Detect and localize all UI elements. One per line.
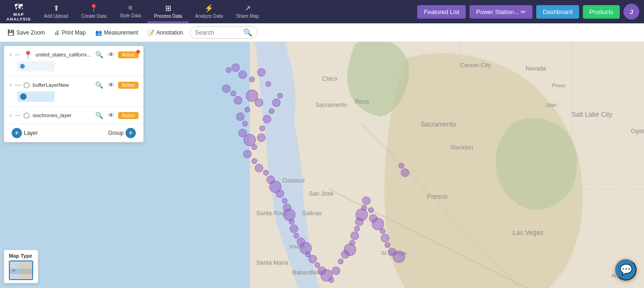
layer-action-btn-1[interactable]: Action [118,51,139,58]
annotation-icon: 📝 [147,29,154,36]
nav-style-data[interactable]: ≡ Style Data [113,1,147,22]
layer-action-btn-3[interactable]: Action [118,112,139,119]
measurement-icon: 👥 [95,29,102,36]
nav-add-upload[interactable]: ⬆ Add Upload [37,1,75,23]
print-map-button[interactable]: 🖨 Print Map [51,28,88,38]
top-navigation: 🗺 MAP ANALYSIS ⬆ Add Upload 📍 Create Dat… [0,0,644,23]
map-point [252,144,257,150]
map-point [226,67,231,73]
map-point [263,170,269,176]
layer-row-1: ≡ — 📍 united_states_californi... 🔍 👁 Act… [9,50,139,59]
map-point [243,150,252,158]
logo-line2: ANALYSIS [7,17,31,21]
power-station-label: Power Station... [476,8,519,15]
layer-search-btn-1[interactable]: 🔍 [94,50,104,59]
nav-process-data[interactable]: ⊞ Process Data [147,1,189,23]
search-box[interactable]: 🔍 [189,26,258,39]
map-point [236,112,245,121]
annotation-button[interactable]: 📝 Annotation [145,28,186,38]
dashboard-button[interactable]: Dashboard [536,5,579,19]
drag-handle-2[interactable]: ≡ [9,82,12,88]
map-point [338,259,343,264]
layer-visibility-btn-2[interactable]: 👁 [107,80,115,90]
map-point [290,225,298,233]
nav-share-map-label: Share Map [236,14,259,19]
location-pin-icon-1: 📍 [23,50,33,59]
drag-handle-1[interactable]: ≡ [9,51,12,58]
svg-text:Sacramento: Sacramento [420,120,456,128]
map-point [231,63,240,72]
svg-text:🗺: 🗺 [12,269,15,272]
layer-type-icon-3: — [15,112,21,119]
map-point [269,108,274,114]
map-point [399,163,404,169]
user-avatar-button[interactable]: J [623,4,639,20]
map-point [393,251,405,263]
color-dot-2 [20,93,27,100]
notification-dot-1 [136,50,140,54]
search-input[interactable] [195,29,241,36]
layer-row-2: ≡ — ⬡ bufferLayerNew 🔍 👁 Action [9,80,139,90]
add-group-icon: + [126,128,136,138]
nav-create-data[interactable]: 📍 Create Data [75,1,113,23]
map-point [344,244,356,256]
products-button[interactable]: Products [583,5,620,19]
svg-text:Stockton: Stockton [450,144,473,151]
featured-list-button[interactable]: Featured List [417,5,466,19]
nav-analyze-data[interactable]: ⚡ Analyze Data [189,1,229,23]
add-group-button[interactable]: Group + [108,128,136,138]
power-station-button[interactable]: Power Station... ✏ [469,5,532,19]
layer-search-btn-3[interactable]: 🔍 [94,111,104,120]
map-icon: 🗺 [14,2,23,12]
nav-style-data-label: Style Data [119,13,141,18]
map-point [380,228,385,234]
map-type-label: Map Type [9,253,33,259]
polygon-icon-3: ⬡ [23,111,30,120]
toolbar: 💾 Save Zoom 🖨 Print Map 👥 Measurement 📝 … [0,23,644,42]
layer-item-3: ≡ — ⬡ isochrones_layer 🔍 👁 Action [4,107,143,124]
map-point [385,242,390,248]
nav-items: ⬆ Add Upload 📍 Create Data ≡ Style Data … [37,1,417,23]
nav-share-map[interactable]: ↗ Share Map [230,1,266,23]
measurement-button[interactable]: 👥 Measurement [92,28,141,38]
map-point [234,96,242,105]
svg-text:Salinas: Salinas [302,210,322,217]
add-layer-icon: + [12,128,22,138]
chat-button[interactable]: 💬 [615,259,637,281]
map-point [381,234,389,242]
map-point [249,77,255,82]
layer-item-2: ≡ — ⬡ bufferLayerNew 🔍 👁 Action [4,77,143,107]
layer-visibility-btn-3[interactable]: 👁 [107,111,115,120]
map-point [245,107,250,112]
save-zoom-label: Save Zoom [16,29,45,36]
add-group-label: Group [108,130,124,136]
map-point [252,158,257,164]
svg-text:Las Vegas: Las Vegas [512,229,543,236]
map-type-thumbnail[interactable]: 🗺 [9,260,33,280]
save-zoom-button[interactable]: 💾 Save Zoom [5,28,48,38]
logo-line1: MAP [14,12,24,17]
svg-text:Carson City: Carson City [460,62,491,69]
app-logo[interactable]: 🗺 MAP ANALYSIS [5,2,33,21]
drag-handle-3[interactable]: ≡ [9,112,12,119]
layer-action-btn-2[interactable]: Action [118,82,139,89]
map-point [263,115,271,123]
map-container[interactable]: Sacramento Stockton Fresno Las Vegas Los… [0,42,644,288]
map-point [238,70,247,79]
layer-type-icon-2: — [15,82,21,88]
process-icon: ⊞ [165,4,171,13]
share-icon: ↗ [245,4,251,13]
map-point [361,205,367,211]
svg-text:Salt Lake City: Salt Lake City [572,111,613,118]
measurement-label: Measurement [104,29,138,36]
map-point [289,219,294,225]
layer-visibility-btn-1[interactable]: 👁 [107,50,115,59]
svg-text:Utah: Utah [546,102,557,108]
layer-search-btn-2[interactable]: 🔍 [94,80,104,90]
layer-type-icon-1: — [15,51,21,58]
add-layer-button[interactable]: + Layer [12,128,38,138]
map-point [354,226,360,232]
layer-name-2: bufferLayerNew [33,82,91,88]
nav-right: Featured List Power Station... ✏ Dashboa… [417,4,639,20]
svg-text:Oakland: Oakland [283,177,305,184]
